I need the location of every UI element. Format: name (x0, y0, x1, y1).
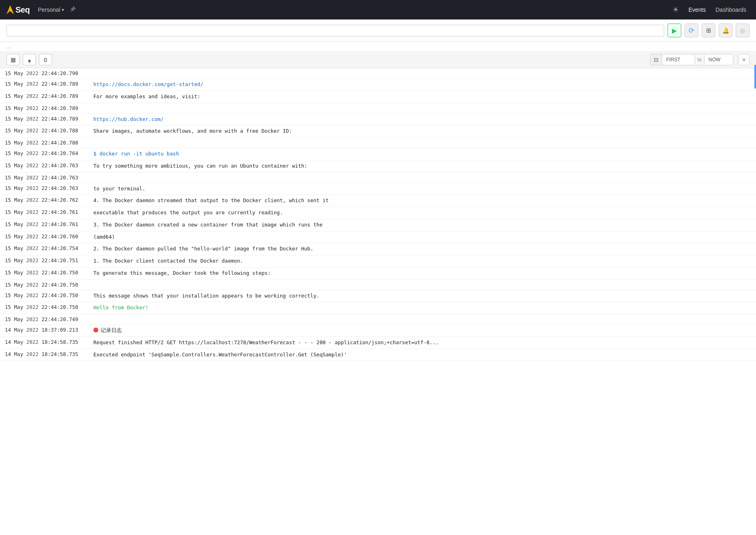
log-message: Executed endpoint 'SeqSample.Controllers… (93, 350, 756, 360)
app-logo: Seq (6, 5, 30, 15)
table-row[interactable]: 15 May 2022 22:44:20.749 (0, 314, 756, 325)
play-icon: ▶ (672, 27, 677, 35)
log-timestamp: 14 May 2022 18:37:09.213 (0, 326, 93, 334)
log-message: This message shows that your installatio… (93, 291, 756, 301)
calendar-icon: ⊟ (650, 54, 662, 65)
log-message: 2. The Docker daemon pulled the "hello-w… (93, 244, 756, 254)
bar-chart-button[interactable]: ▦ (6, 54, 19, 65)
table-row[interactable]: 15 May 2022 22:44:20.789 (0, 103, 756, 114)
table-row[interactable]: 15 May 2022 22:44:20.750Hello from Docke… (0, 302, 756, 314)
table-row[interactable]: 15 May 2022 22:44:20.761executable that … (0, 207, 756, 219)
log-message: 4. The Docker daemon streamed that outpu… (93, 196, 756, 206)
svg-marker-1 (10, 5, 14, 14)
table-row[interactable]: 15 May 2022 22:44:20.788 (0, 138, 756, 148)
log-timestamp: 15 May 2022 22:44:20.788 (0, 138, 93, 147)
table-row[interactable]: 15 May 2022 22:44:20.789For more example… (0, 91, 756, 103)
signal-button[interactable]: ⟳ (685, 24, 698, 37)
log-message: To try something more ambitious, you can… (93, 161, 756, 171)
log-message: https://hub.docker.com/ (93, 114, 756, 125)
log-timestamp: 15 May 2022 22:44:20.762 (0, 196, 93, 204)
log-timestamp: 15 May 2022 22:44:20.789 (0, 80, 93, 88)
log-timestamp: 15 May 2022 22:44:20.788 (0, 126, 93, 135)
log-timestamp: 15 May 2022 22:44:20.750 (0, 303, 93, 311)
table-row[interactable]: 15 May 2022 22:44:20.788Share images, au… (0, 125, 756, 138)
log-message (93, 315, 756, 317)
table-row[interactable]: 15 May 2022 22:44:20.763To try something… (0, 160, 756, 173)
log-message (93, 104, 756, 106)
table-row[interactable]: 15 May 2022 22:44:20.750To generate this… (0, 268, 756, 280)
log-message: To generate this message, Docker took th… (93, 268, 756, 278)
grid-icon: ⊞ (706, 27, 711, 34)
log-message: 1. The Docker client contacted the Docke… (93, 256, 756, 266)
date-from-input[interactable] (662, 55, 695, 65)
log-message: https://docs.docker.com/get-started/ (93, 80, 756, 90)
table-row[interactable]: 15 May 2022 22:44:20.790 (0, 68, 756, 79)
signal2-button[interactable]: ◎ (736, 24, 750, 37)
signal-icon: ⟳ (689, 26, 694, 35)
log-timestamp: 15 May 2022 22:44:20.750 (0, 291, 93, 300)
log-message: executable that produces the output you … (93, 208, 756, 218)
table-row[interactable]: 15 May 2022 22:44:20.7624. The Docker da… (0, 195, 756, 207)
ellipsis-row: ... (0, 42, 756, 52)
broadcast-icon: ◎ (740, 27, 745, 34)
search-bar: ▶ ⟳ ⊞ 🔔 ◎ (0, 19, 756, 42)
table-row[interactable]: 15 May 2022 22:44:20.7613. The Docker da… (0, 219, 756, 231)
top-nav: Seq Personal ▾ ☀ Events Dashboards (0, 0, 756, 19)
app-title: Seq (15, 5, 30, 15)
table-row[interactable]: 15 May 2022 22:44:20.7542. The Docker da… (0, 243, 756, 255)
log-message (93, 173, 756, 176)
log-message: 记录日志 (101, 326, 756, 336)
play-button[interactable]: ▶ (667, 24, 681, 37)
table-row[interactable]: 15 May 2022 22:44:20.760(amd64) (0, 231, 756, 244)
json-button[interactable]: {} (39, 54, 52, 65)
log-timestamp: 15 May 2022 22:44:20.750 (0, 280, 93, 289)
table-row[interactable]: 14 May 2022 18:24:58.735Request finished… (0, 337, 756, 349)
table-row[interactable]: 15 May 2022 22:44:20.789https://docs.doc… (0, 79, 756, 91)
theme-toggle-icon[interactable]: ☀ (672, 5, 679, 14)
json-icon: {} (44, 57, 48, 62)
table-row[interactable]: 15 May 2022 22:44:20.750 (0, 280, 756, 290)
table-row[interactable]: 14 May 2022 18:24:58.735Executed endpoin… (0, 349, 756, 361)
log-timestamp: 15 May 2022 22:44:20.789 (0, 104, 93, 112)
log-timestamp: 15 May 2022 22:44:20.764 (0, 149, 93, 157)
date-range-group: ⊟ to (650, 54, 733, 65)
log-message: For more examples and ideas, visit: (93, 92, 756, 102)
log-timestamp: 15 May 2022 22:44:20.763 (0, 173, 93, 182)
log-timestamp: 14 May 2022 18:24:58.735 (0, 338, 93, 346)
nav-dashboards[interactable]: Dashboards (713, 5, 750, 15)
alert-button[interactable]: 🔔 (719, 24, 732, 37)
log-message: Request finished HTTP/2 GET https://loca… (93, 338, 756, 348)
clear-date-button[interactable]: ✕ (738, 54, 750, 65)
log-message: 3. The Docker daemon created a new conta… (93, 220, 756, 230)
workspace-selector[interactable]: Personal ▾ (38, 6, 64, 13)
log-message: (amd64) (93, 232, 756, 242)
date-to-input[interactable] (704, 55, 733, 65)
chevron-down-icon: ▾ (62, 7, 64, 13)
log-container: 15 May 2022 22:44:20.79015 May 2022 22:4… (0, 68, 756, 535)
log-list: 15 May 2022 22:44:20.79015 May 2022 22:4… (0, 68, 756, 361)
log-timestamp: 15 May 2022 22:44:20.750 (0, 268, 93, 277)
filter-bar: ▦ ❟ {} ⊟ to ✕ (0, 52, 756, 68)
table-row[interactable]: 14 May 2022 18:37:09.213记录日志 (0, 325, 756, 337)
quote-button[interactable]: ❟ (23, 54, 36, 65)
table-row[interactable]: 15 May 2022 22:44:20.763 (0, 173, 756, 183)
clear-icon: ✕ (742, 57, 746, 63)
log-message: Hello from Docker! (93, 303, 756, 313)
log-timestamp: 15 May 2022 22:44:20.789 (0, 92, 93, 100)
pin-icon[interactable] (70, 6, 76, 14)
search-input[interactable] (6, 25, 664, 37)
table-row[interactable]: 15 May 2022 22:44:20.764$ docker run -it… (0, 148, 756, 160)
log-timestamp: 15 May 2022 22:44:20.761 (0, 208, 93, 216)
table-row[interactable]: 15 May 2022 22:44:20.750This message sho… (0, 290, 756, 302)
log-timestamp: 15 May 2022 22:44:20.790 (0, 69, 93, 78)
grid-button[interactable]: ⊞ (702, 24, 715, 37)
log-message (93, 69, 756, 71)
table-row[interactable]: 15 May 2022 22:44:20.763to your terminal… (0, 183, 756, 195)
nav-events[interactable]: Events (685, 5, 709, 15)
log-timestamp: 15 May 2022 22:44:20.763 (0, 184, 93, 192)
table-row[interactable]: 15 May 2022 22:44:20.7511. The Docker cl… (0, 255, 756, 268)
log-timestamp: 15 May 2022 22:44:20.789 (0, 114, 93, 123)
log-timestamp: 15 May 2022 22:44:20.761 (0, 220, 93, 229)
table-row[interactable]: 15 May 2022 22:44:20.789https://hub.dock… (0, 114, 756, 126)
log-timestamp: 15 May 2022 22:44:20.751 (0, 256, 93, 265)
